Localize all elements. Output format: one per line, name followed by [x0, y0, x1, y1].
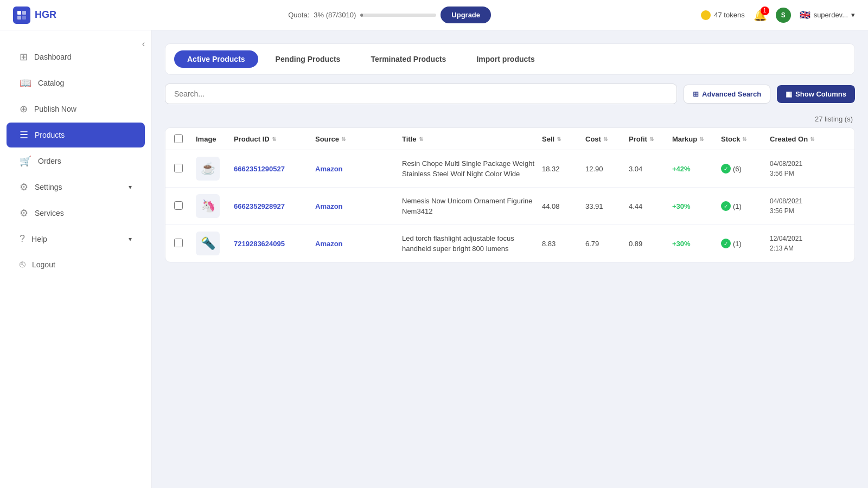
row1-created-on: 04/08/2021 3:56 PM: [770, 159, 846, 178]
row3-product-id-link[interactable]: 7219283624095: [234, 240, 285, 248]
sidebar-item-help[interactable]: ? Help ▾: [7, 227, 145, 251]
th-created-on[interactable]: Created On ⇅: [770, 135, 846, 143]
th-profit-label: Profit: [629, 135, 647, 143]
row2-product-id-link[interactable]: 6662352928927: [234, 202, 285, 210]
row1-source-link[interactable]: Amazon: [315, 165, 343, 173]
sidebar-label-help: Help: [31, 235, 47, 243]
row2-checkbox[interactable]: [174, 201, 183, 210]
products-icon: ☰: [20, 129, 28, 141]
user-section[interactable]: 🇬🇧 superdev... ▾: [800, 10, 855, 20]
row3-source-link[interactable]: Amazon: [315, 240, 343, 248]
th-cost[interactable]: Cost ⇅: [585, 135, 629, 143]
sidebar-collapse-button[interactable]: ‹: [142, 39, 145, 49]
row2-cost: 33.91: [585, 202, 629, 210]
th-title[interactable]: Title ⇅: [402, 135, 542, 143]
show-columns-icon: ▦: [786, 90, 792, 98]
th-stock-label: Stock: [721, 135, 740, 143]
settings-arrow-icon: ▾: [129, 183, 132, 191]
th-source-label: Source: [315, 135, 339, 143]
row1-checkbox-cell: [174, 164, 196, 174]
sidebar-label-products: Products: [35, 131, 65, 139]
row2-product-id: 6662352928927: [234, 202, 315, 210]
logo-icon: [13, 7, 30, 24]
tab-terminated-products[interactable]: Terminated Products: [358, 50, 459, 68]
row3-markup: +30%: [672, 240, 721, 248]
row2-source: Amazon: [315, 202, 402, 210]
row3-checkbox[interactable]: [174, 239, 183, 247]
user-chevron-icon: ▾: [851, 11, 855, 19]
row1-markup: +42%: [672, 165, 721, 173]
row3-time: 2:13 AM: [770, 245, 794, 252]
svg-rect-1: [22, 11, 26, 15]
th-image: Image: [196, 135, 234, 143]
advanced-search-label: Advanced Search: [702, 90, 761, 98]
sidebar-label-logout: Logout: [32, 260, 55, 269]
row1-checkbox[interactable]: [174, 164, 183, 172]
row2-sell: 44.08: [542, 202, 585, 210]
row2-source-link[interactable]: Amazon: [315, 202, 343, 210]
table-row: ☕ 6662351290527 Amazon Resin Chope Multi…: [165, 150, 854, 188]
sidebar-label-orders: Orders: [38, 157, 61, 165]
flag-icon: 🇬🇧: [800, 10, 810, 20]
sidebar-item-services[interactable]: ⚙ Services: [7, 201, 145, 226]
th-profit[interactable]: Profit ⇅: [629, 135, 672, 143]
th-sell-label: Sell: [542, 135, 554, 143]
controls-row: ⊞ Advanced Search ▦ Show Columns: [165, 84, 855, 104]
sidebar-item-logout[interactable]: ⎋ Logout: [7, 252, 145, 277]
help-arrow-icon: ▾: [129, 235, 132, 243]
sidebar-item-dashboard[interactable]: ⊞ Dashboard: [7, 44, 145, 69]
help-icon: ?: [20, 233, 25, 245]
sidebar-item-publish-now[interactable]: ⊕ Publish Now: [7, 97, 145, 121]
sidebar-item-catalog[interactable]: 📖 Catalog: [7, 70, 145, 95]
show-columns-button[interactable]: ▦ Show Columns: [777, 85, 855, 103]
th-source[interactable]: Source ⇅: [315, 135, 402, 143]
row3-image: 🔦: [196, 232, 220, 255]
search-input[interactable]: [165, 84, 677, 104]
username: superdev...: [814, 11, 848, 19]
th-title-label: Title: [402, 135, 417, 143]
select-all-checkbox[interactable]: [174, 134, 183, 143]
upgrade-button[interactable]: Upgrade: [441, 7, 491, 23]
row1-product-id-link[interactable]: 6662351290527: [234, 165, 285, 173]
orders-icon: 🛒: [20, 155, 31, 167]
logo: HGR: [13, 7, 78, 24]
th-created-on-label: Created On: [770, 135, 808, 143]
sidebar-nav: ⊞ Dashboard 📖 Catalog ⊕ Publish Now ☰ Pr…: [0, 39, 151, 282]
table-header: Image Product ID ⇅ Source ⇅ Title ⇅ Sell…: [165, 128, 854, 150]
row2-date: 04/08/2021: [770, 197, 802, 205]
th-markup[interactable]: Markup ⇅: [672, 135, 721, 143]
sidebar-item-products[interactable]: ☰ Products: [7, 123, 145, 147]
row3-sell: 8.83: [542, 240, 585, 248]
quota-fill: [360, 14, 362, 17]
table-row: 🦄 6662352928927 Amazon Nemesis Now Unico…: [165, 188, 854, 225]
svg-rect-2: [17, 16, 21, 20]
source-sort-icon: ⇅: [341, 136, 346, 142]
sidebar-label-catalog: Catalog: [38, 79, 64, 87]
th-product-id[interactable]: Product ID ⇅: [234, 135, 315, 143]
logo-text: HGR: [35, 9, 56, 21]
header-right: 47 tokens 🔔 1 S 🇬🇧 superdev... ▾: [701, 8, 855, 23]
tab-pending-products[interactable]: Pending Products: [263, 50, 354, 68]
tab-active-products[interactable]: Active Products: [174, 50, 258, 68]
th-sell[interactable]: Sell ⇅: [542, 135, 585, 143]
sidebar-item-settings[interactable]: ⚙ Settings ▾: [7, 175, 145, 200]
row1-cost: 12.90: [585, 165, 629, 173]
sidebar-item-orders[interactable]: 🛒 Orders: [7, 149, 145, 174]
advanced-search-button[interactable]: ⊞ Advanced Search: [684, 85, 770, 104]
table-row: 🔦 7219283624095 Amazon Led torch flashli…: [165, 225, 854, 262]
settings-icon: ⚙: [20, 181, 28, 193]
row1-time: 3:56 PM: [770, 170, 794, 177]
products-table: Image Product ID ⇅ Source ⇅ Title ⇅ Sell…: [165, 127, 855, 262]
row3-stock: ✓ (1): [721, 239, 770, 248]
row3-title: Led torch flashlight adjustable focus ha…: [402, 233, 542, 254]
row3-cost: 6.79: [585, 240, 629, 248]
row3-stock-count: (1): [733, 240, 742, 248]
row2-profit: 4.44: [629, 202, 672, 210]
th-stock[interactable]: Stock ⇅: [721, 135, 770, 143]
row2-created-on: 04/08/2021 3:56 PM: [770, 196, 846, 216]
notification-button[interactable]: 🔔 1: [754, 9, 767, 22]
advanced-search-icon: ⊞: [693, 90, 699, 98]
row1-stock-count: (6): [733, 165, 742, 173]
row2-time: 3:56 PM: [770, 207, 794, 215]
tab-import-products[interactable]: Import products: [463, 50, 547, 68]
